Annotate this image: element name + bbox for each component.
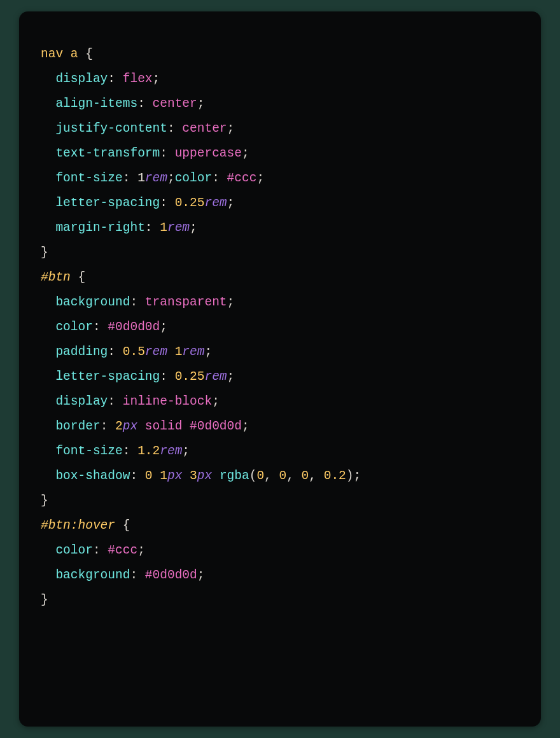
colon: : [123, 444, 130, 458]
semicolon: ; [167, 171, 175, 185]
semicolon: ; [227, 196, 235, 210]
value: inline-block [123, 394, 212, 408]
property: margin-right [55, 221, 144, 235]
value: #ccc [108, 543, 137, 557]
code-line: display: flex; [41, 72, 160, 86]
code-line: display: inline-block; [41, 394, 220, 408]
value: flex [123, 72, 153, 86]
colon: : [108, 394, 115, 408]
pseudo-class: :hover [71, 519, 115, 533]
colon: : [108, 345, 115, 359]
code-line: #btn { [41, 270, 85, 284]
number: 1 [160, 221, 167, 235]
code-line: margin-right: 1rem; [41, 221, 197, 235]
property: color [55, 543, 93, 557]
value: center [153, 97, 197, 111]
unit: rem [204, 196, 227, 210]
paren-close: ) [346, 469, 354, 483]
value: center [182, 122, 227, 136]
semicolon: ; [242, 146, 249, 160]
colon: : [160, 370, 167, 384]
colon: : [167, 122, 175, 136]
code-line: nav a { [41, 47, 93, 61]
number: 0 [145, 469, 153, 483]
property: display [55, 72, 108, 86]
property: border [55, 419, 100, 433]
code-line: } [41, 246, 48, 260]
code-line: background: transparent; [41, 295, 234, 309]
property: justify-content [55, 122, 167, 136]
semicolon: ; [227, 370, 235, 384]
property: text-transform [55, 146, 160, 160]
semicolon: ; [137, 543, 145, 557]
property: letter-spacing [55, 370, 160, 384]
semicolon: ; [197, 568, 205, 582]
colon: : [160, 146, 167, 160]
semicolon: ; [204, 345, 212, 359]
code-line: } [41, 494, 48, 508]
colon: : [101, 419, 108, 433]
code-line: box-shadow: 0 1px 3px rgba(0, 0, 0, 0.2)… [41, 469, 361, 483]
unit: rem [145, 171, 167, 185]
code-line: align-items: center; [41, 97, 204, 111]
colon: : [137, 97, 145, 111]
function: rgba [220, 469, 249, 483]
code-line: justify-content: center; [41, 122, 234, 136]
property: background [55, 295, 130, 309]
colon: : [93, 543, 101, 557]
number: 0 [279, 469, 287, 483]
unit: rem [182, 345, 204, 359]
number: 1 [160, 469, 167, 483]
semicolon: ; [197, 97, 205, 111]
semicolon: ; [190, 221, 197, 235]
property: color [55, 320, 93, 334]
comma: , [309, 469, 316, 483]
semicolon: ; [212, 394, 220, 408]
number: 0 [302, 469, 309, 483]
value: #ccc [227, 171, 257, 185]
code-line: padding: 0.5rem 1rem; [41, 345, 212, 359]
colon: : [130, 568, 137, 582]
code-line: font-size: 1.2rem; [41, 444, 190, 458]
code-line: color: #ccc; [41, 543, 145, 557]
brace-close: } [41, 494, 48, 508]
semicolon: ; [227, 122, 235, 136]
semicolon: ; [256, 171, 264, 185]
value: solid [145, 419, 183, 433]
number: 1.2 [137, 444, 160, 458]
number: 1 [175, 345, 183, 359]
brace-close: } [41, 246, 48, 260]
property: align-items [55, 97, 137, 111]
brace-open: { [78, 270, 86, 284]
code-line: background: #0d0d0d; [41, 568, 204, 582]
property: color [175, 171, 213, 185]
code-line: font-size: 1rem;color: #ccc; [41, 171, 264, 185]
code-line: letter-spacing: 0.25rem; [41, 196, 234, 210]
brace-open: { [85, 47, 93, 61]
semicolon: ; [160, 320, 167, 334]
brace-close: } [41, 593, 48, 607]
code-block: nav a { display: flex; align-items: cent… [41, 42, 519, 613]
number: 0.25 [175, 370, 205, 384]
comma: , [286, 469, 294, 483]
selector: a [71, 47, 78, 61]
semicolon: ; [153, 72, 160, 86]
property: background [55, 568, 130, 582]
colon: : [145, 221, 153, 235]
value: uppercase [175, 146, 242, 160]
value: #0d0d0d [145, 568, 197, 582]
unit: px [197, 469, 212, 483]
selector: nav [41, 47, 63, 61]
selector: #btn [41, 270, 71, 284]
code-line: text-transform: uppercase; [41, 146, 249, 160]
colon: : [130, 295, 137, 309]
brace-open: { [123, 519, 130, 533]
property: padding [55, 345, 108, 359]
property: font-size [55, 171, 122, 185]
colon: : [212, 171, 220, 185]
unit: rem [167, 221, 190, 235]
colon: : [123, 171, 130, 185]
code-line: letter-spacing: 0.25rem; [41, 370, 234, 384]
number: 0 [256, 469, 264, 483]
colon: : [160, 196, 167, 210]
